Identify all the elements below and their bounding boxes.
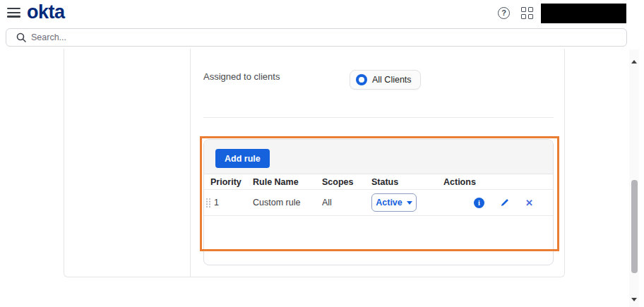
scrollbar-thumb[interactable] [631,180,638,273]
card-divider [190,49,191,277]
rules-toolbar: Add rule [204,140,553,174]
column-header-status: Status [371,177,443,187]
rule-scopes: All [322,198,371,207]
column-header-rule-name: Rule Name [253,177,322,187]
rules-table-container: Add rule Priority Rule Name Scopes Statu… [203,139,554,265]
rule-name: Custom rule [253,198,322,207]
rule-priority: 1 [214,198,219,207]
column-header-scopes: Scopes [322,177,371,187]
apps-grid-icon[interactable] [521,7,534,20]
assigned-to-clients-label: Assigned to clients [203,71,280,82]
top-bar: okta ? [0,0,644,25]
radio-selected-icon [356,74,367,85]
add-rule-button[interactable]: Add rule [215,149,270,168]
edit-pencil-icon[interactable] [500,198,510,207]
section-divider [203,117,554,118]
settings-card: Assigned to clients All Clients Add rule… [64,49,565,277]
status-value: Active [376,198,402,207]
all-clients-chip[interactable]: All Clients [350,70,421,90]
drag-handle-icon[interactable] [205,198,211,208]
help-icon[interactable]: ? [498,7,510,19]
column-header-priority: Priority [204,177,253,187]
all-clients-label: All Clients [372,75,412,85]
table-header-row: Priority Rule Name Scopes Status Actions [204,174,553,190]
scroll-up-arrow-icon[interactable] [631,60,637,64]
table-row: 1 Custom rule All Active i ✕ [204,190,553,216]
info-icon[interactable]: i [474,198,484,208]
search-icon [16,32,26,42]
hamburger-menu-icon[interactable] [7,8,20,18]
scroll-down-arrow-icon[interactable] [631,298,637,301]
redacted-account-area[interactable] [541,4,626,23]
search-bar [6,28,627,47]
search-input[interactable] [31,32,626,42]
delete-x-icon[interactable]: ✕ [525,198,533,207]
okta-logo[interactable]: okta [27,1,65,23]
caret-down-icon [407,201,412,205]
column-header-actions: Actions [443,177,553,187]
vertical-scrollbar[interactable] [629,49,639,307]
status-dropdown[interactable]: Active [371,193,417,212]
